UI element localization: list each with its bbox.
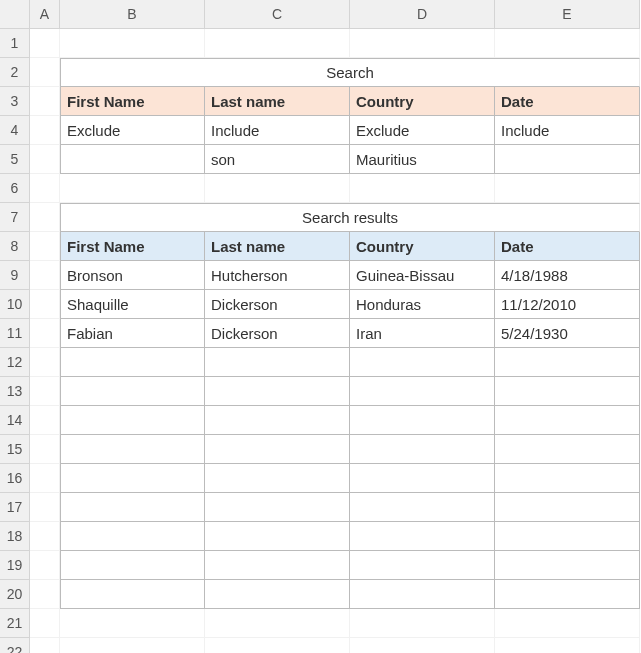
- results-cell-r13-C[interactable]: [205, 377, 350, 406]
- results-cell-r12-B[interactable]: [60, 348, 205, 377]
- results-cell-r16-B[interactable]: [60, 464, 205, 493]
- search-term-E[interactable]: [495, 145, 640, 174]
- row-header-12[interactable]: 12: [0, 348, 30, 377]
- results-cell-r13-D[interactable]: [350, 377, 495, 406]
- col-header-C[interactable]: C: [205, 0, 350, 29]
- results-cell-r9-B[interactable]: Bronson: [60, 261, 205, 290]
- results-cell-r14-D[interactable]: [350, 406, 495, 435]
- cell-A5[interactable]: [30, 145, 60, 174]
- cell-A20[interactable]: [30, 580, 60, 609]
- row-header-3[interactable]: 3: [0, 87, 30, 116]
- cell-D6[interactable]: [350, 174, 495, 203]
- cell-A7[interactable]: [30, 203, 60, 232]
- results-cell-r16-E[interactable]: [495, 464, 640, 493]
- results-cell-r12-C[interactable]: [205, 348, 350, 377]
- cell-A4[interactable]: [30, 116, 60, 145]
- search-mode-D[interactable]: Exclude: [350, 116, 495, 145]
- row-header-9[interactable]: 9: [0, 261, 30, 290]
- results-cell-r16-D[interactable]: [350, 464, 495, 493]
- results-cell-r20-E[interactable]: [495, 580, 640, 609]
- results-cell-r20-C[interactable]: [205, 580, 350, 609]
- row-header-14[interactable]: 14: [0, 406, 30, 435]
- row-header-18[interactable]: 18: [0, 522, 30, 551]
- cell-C22[interactable]: [205, 638, 350, 653]
- cell-A9[interactable]: [30, 261, 60, 290]
- cell-A19[interactable]: [30, 551, 60, 580]
- cell-A21[interactable]: [30, 609, 60, 638]
- results-cell-r10-D[interactable]: Honduras: [350, 290, 495, 319]
- results-cell-r19-C[interactable]: [205, 551, 350, 580]
- cell-B21[interactable]: [60, 609, 205, 638]
- cell-B22[interactable]: [60, 638, 205, 653]
- cell-C1[interactable]: [205, 29, 350, 58]
- cell-A2[interactable]: [30, 58, 60, 87]
- results-cell-r20-B[interactable]: [60, 580, 205, 609]
- results-cell-r11-B[interactable]: Fabian: [60, 319, 205, 348]
- cell-A18[interactable]: [30, 522, 60, 551]
- search-term-C[interactable]: son: [205, 145, 350, 174]
- results-cell-r19-B[interactable]: [60, 551, 205, 580]
- cell-A17[interactable]: [30, 493, 60, 522]
- results-cell-r10-B[interactable]: Shaquille: [60, 290, 205, 319]
- row-header-22[interactable]: 22: [0, 638, 30, 653]
- row-header-16[interactable]: 16: [0, 464, 30, 493]
- row-header-11[interactable]: 11: [0, 319, 30, 348]
- results-cell-r15-D[interactable]: [350, 435, 495, 464]
- cell-A16[interactable]: [30, 464, 60, 493]
- results-cell-r13-E[interactable]: [495, 377, 640, 406]
- row-header-20[interactable]: 20: [0, 580, 30, 609]
- row-header-1[interactable]: 1: [0, 29, 30, 58]
- row-header-15[interactable]: 15: [0, 435, 30, 464]
- cell-A1[interactable]: [30, 29, 60, 58]
- cell-C21[interactable]: [205, 609, 350, 638]
- row-header-4[interactable]: 4: [0, 116, 30, 145]
- results-cell-r15-E[interactable]: [495, 435, 640, 464]
- results-cell-r14-C[interactable]: [205, 406, 350, 435]
- row-header-7[interactable]: 7: [0, 203, 30, 232]
- results-cell-r12-D[interactable]: [350, 348, 495, 377]
- results-cell-r15-C[interactable]: [205, 435, 350, 464]
- cell-A12[interactable]: [30, 348, 60, 377]
- results-cell-r18-D[interactable]: [350, 522, 495, 551]
- cell-D21[interactable]: [350, 609, 495, 638]
- select-all-corner[interactable]: [0, 0, 30, 29]
- search-term-B[interactable]: [60, 145, 205, 174]
- cell-A11[interactable]: [30, 319, 60, 348]
- results-cell-r17-C[interactable]: [205, 493, 350, 522]
- cell-B1[interactable]: [60, 29, 205, 58]
- results-cell-r16-C[interactable]: [205, 464, 350, 493]
- cell-A14[interactable]: [30, 406, 60, 435]
- results-cell-r9-C[interactable]: Hutcherson: [205, 261, 350, 290]
- results-cell-r18-C[interactable]: [205, 522, 350, 551]
- results-cell-r19-D[interactable]: [350, 551, 495, 580]
- cell-A13[interactable]: [30, 377, 60, 406]
- results-cell-r9-E[interactable]: 4/18/1988: [495, 261, 640, 290]
- cell-A8[interactable]: [30, 232, 60, 261]
- results-cell-r12-E[interactable]: [495, 348, 640, 377]
- cell-A22[interactable]: [30, 638, 60, 653]
- results-cell-r18-B[interactable]: [60, 522, 205, 551]
- results-cell-r10-E[interactable]: 11/12/2010: [495, 290, 640, 319]
- results-cell-r13-B[interactable]: [60, 377, 205, 406]
- results-cell-r11-E[interactable]: 5/24/1930: [495, 319, 640, 348]
- search-mode-B[interactable]: Exclude: [60, 116, 205, 145]
- cell-C6[interactable]: [205, 174, 350, 203]
- cell-B6[interactable]: [60, 174, 205, 203]
- col-header-D[interactable]: D: [350, 0, 495, 29]
- row-header-10[interactable]: 10: [0, 290, 30, 319]
- results-cell-r9-D[interactable]: Guinea-Bissau: [350, 261, 495, 290]
- results-cell-r17-D[interactable]: [350, 493, 495, 522]
- col-header-B[interactable]: B: [60, 0, 205, 29]
- col-header-A[interactable]: A: [30, 0, 60, 29]
- results-cell-r19-E[interactable]: [495, 551, 640, 580]
- cell-D1[interactable]: [350, 29, 495, 58]
- row-header-2[interactable]: 2: [0, 58, 30, 87]
- search-mode-E[interactable]: Include: [495, 116, 640, 145]
- results-cell-r11-D[interactable]: Iran: [350, 319, 495, 348]
- results-cell-r14-B[interactable]: [60, 406, 205, 435]
- cell-A15[interactable]: [30, 435, 60, 464]
- cell-A10[interactable]: [30, 290, 60, 319]
- search-term-D[interactable]: Mauritius: [350, 145, 495, 174]
- row-header-13[interactable]: 13: [0, 377, 30, 406]
- results-cell-r15-B[interactable]: [60, 435, 205, 464]
